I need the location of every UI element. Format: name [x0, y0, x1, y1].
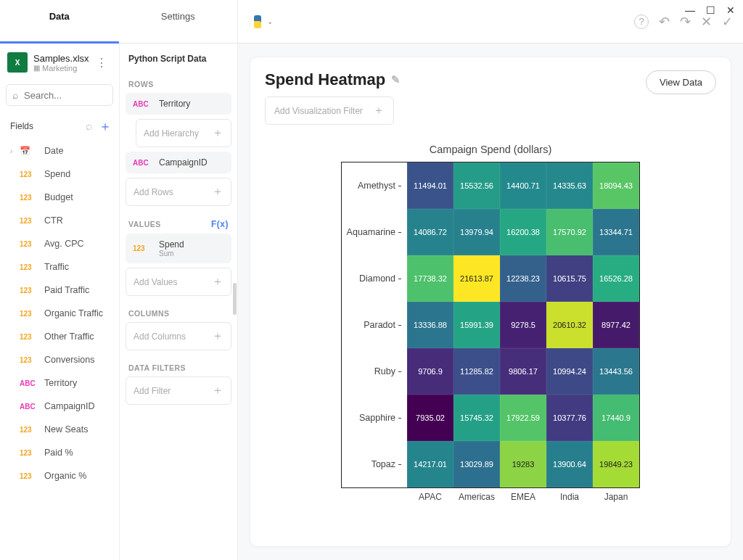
heatmap-col-label: India: [546, 487, 593, 502]
canvas-area: Spend Heatmap ✎ Add Visualization Filter…: [238, 44, 743, 560]
field-item[interactable]: ABCTerritory: [0, 371, 119, 395]
type-badge: 123: [20, 263, 37, 271]
tab-settings[interactable]: Settings: [119, 0, 238, 43]
values-chip[interactable]: 123SpendSum: [126, 234, 231, 263]
add-values-button[interactable]: Add Values＋: [126, 268, 231, 296]
scrollbar-thumb[interactable]: [233, 283, 237, 315]
type-badge: ABC: [133, 159, 152, 167]
heatmap-cell[interactable]: 20610.32: [546, 302, 593, 348]
tab-data[interactable]: Data: [0, 0, 119, 43]
file-sheet: Marketing: [33, 64, 91, 73]
field-item[interactable]: 123Other Traffic: [0, 325, 119, 348]
add-filters-button[interactable]: Add Filter＋: [126, 376, 231, 405]
heatmap-cell[interactable]: 13900.64: [546, 441, 593, 487]
help-icon[interactable]: ?: [634, 15, 649, 29]
cancel-icon[interactable]: ✕: [701, 14, 712, 30]
heatmap-cell[interactable]: 17440.9: [593, 395, 639, 441]
field-item[interactable]: 123CTR: [0, 209, 119, 232]
heatmap-cell[interactable]: 8977.42: [593, 302, 639, 348]
heatmap-grid: Amethyst11494.0115532.5614400.7114335.63…: [342, 162, 639, 487]
heatmap-cell[interactable]: 14335.63: [546, 162, 593, 209]
heatmap-cell[interactable]: 9806.17: [500, 348, 546, 395]
file-menu-icon[interactable]: ⋮: [91, 56, 112, 70]
undo-icon[interactable]: ↶: [659, 14, 670, 30]
fx-button[interactable]: F(x): [211, 219, 229, 229]
field-item[interactable]: 123Spend: [0, 162, 119, 186]
section-label: VALUESF(x): [126, 210, 231, 234]
add-field-icon[interactable]: ＋: [99, 118, 112, 135]
heatmap-cell[interactable]: 11494.01: [407, 162, 453, 209]
add-rows-button[interactable]: Add Hierarchy＋: [136, 119, 231, 147]
heatmap-cell[interactable]: 14217.01: [407, 441, 453, 487]
heatmap-cell[interactable]: 19283: [500, 441, 546, 487]
heatmap-cell[interactable]: 15745.32: [453, 395, 500, 441]
python-dropdown[interactable]: ⌄: [251, 15, 273, 28]
panel-title-text: Spend Heatmap: [265, 70, 385, 89]
type-badge: 123: [20, 426, 37, 434]
field-item[interactable]: 123Avg. CPC: [0, 232, 119, 255]
field-item[interactable]: 123Budget: [0, 186, 119, 209]
field-label: Spend: [44, 169, 70, 179]
heatmap-cell[interactable]: 16200.38: [500, 209, 546, 255]
heatmap-cell[interactable]: 19849.23: [593, 441, 639, 487]
heatmap-row-label: Sapphire: [342, 395, 407, 441]
field-item[interactable]: 123Organic Traffic: [0, 302, 119, 325]
heatmap-cell[interactable]: 13029.89: [453, 441, 500, 487]
field-item[interactable]: 123Organic %: [0, 464, 119, 487]
expand-icon[interactable]: ›: [10, 147, 16, 155]
redo-icon[interactable]: ↷: [680, 14, 691, 30]
rows-chip[interactable]: ABCCampaignID: [126, 152, 231, 173]
viz-panel: Spend Heatmap ✎ Add Visualization Filter…: [250, 57, 731, 547]
heatmap-cell[interactable]: 9278.5: [500, 302, 546, 348]
field-item[interactable]: 123Paid Traffic: [0, 279, 119, 302]
heatmap-cell[interactable]: 10377.76: [546, 395, 593, 441]
field-item[interactable]: ›📅Date: [0, 139, 119, 162]
main-layout: X Samples.xlsx Marketing ⋮ ⌕ Fields ⌕ ＋ …: [0, 44, 743, 560]
field-label: Traffic: [44, 262, 69, 272]
search-input[interactable]: [24, 90, 120, 101]
panel-header: Spend Heatmap ✎ Add Visualization Filter…: [265, 70, 716, 125]
chip-label: Territory: [159, 99, 224, 109]
heatmap-cell[interactable]: 15991.39: [453, 302, 500, 348]
section-label: COLUMNS: [126, 300, 231, 322]
heatmap-cell[interactable]: 10994.24: [546, 348, 593, 395]
field-label: Paid %: [44, 448, 73, 458]
field-item[interactable]: 123Traffic: [0, 255, 119, 279]
add-columns-button[interactable]: Add Columns＋: [126, 322, 231, 350]
heatmap-cell[interactable]: 10615.75: [546, 255, 593, 302]
heatmap-cell[interactable]: 13336.88: [407, 302, 453, 348]
heatmap-cell[interactable]: 15532.56: [453, 162, 500, 209]
heatmap-col-label: EMEA: [500, 487, 546, 502]
field-item[interactable]: 123Conversions: [0, 348, 119, 371]
heatmap-cell[interactable]: 13344.71: [593, 209, 639, 255]
heatmap-cell[interactable]: 14400.71: [500, 162, 546, 209]
confirm-icon[interactable]: ✓: [722, 14, 733, 30]
heatmap-cell[interactable]: 16526.28: [593, 255, 639, 302]
heatmap-cell[interactable]: 17570.92: [546, 209, 593, 255]
heatmap-cell[interactable]: 18094.43: [593, 162, 639, 209]
globe-icon[interactable]: ⌕: [86, 120, 93, 133]
heatmap-cell[interactable]: 7935.02: [407, 395, 453, 441]
search-row[interactable]: ⌕: [6, 84, 113, 106]
view-data-button[interactable]: View Data: [646, 70, 716, 94]
rows-chip[interactable]: ABCTerritory: [126, 93, 231, 115]
heatmap-cell[interactable]: 12238.23: [500, 255, 546, 302]
heatmap-cell[interactable]: 17738.32: [407, 255, 453, 302]
type-badge: 123: [20, 449, 37, 457]
edit-title-icon[interactable]: ✎: [391, 73, 401, 86]
field-item[interactable]: ABCCampaignID: [0, 395, 119, 418]
add-rows-button[interactable]: Add Rows＋: [126, 178, 231, 206]
heatmap-cell[interactable]: 13443.56: [593, 348, 639, 395]
add-viz-filter[interactable]: Add Visualization Filter ＋: [265, 96, 394, 125]
field-item[interactable]: 123Paid %: [0, 441, 119, 464]
add-viz-filter-label: Add Visualization Filter: [274, 106, 363, 116]
heatmap-cell[interactable]: 13979.94: [453, 209, 500, 255]
field-item[interactable]: 123New Seats: [0, 418, 119, 441]
type-badge: 123: [20, 310, 37, 318]
file-meta[interactable]: Samples.xlsx Marketing: [33, 53, 91, 73]
heatmap-cell[interactable]: 9706.9: [407, 348, 453, 395]
heatmap-cell[interactable]: 11285.82: [453, 348, 500, 395]
heatmap-cell[interactable]: 21613.87: [453, 255, 500, 302]
heatmap-cell[interactable]: 14086.72: [407, 209, 453, 255]
heatmap-cell[interactable]: 17922.59: [500, 395, 546, 441]
